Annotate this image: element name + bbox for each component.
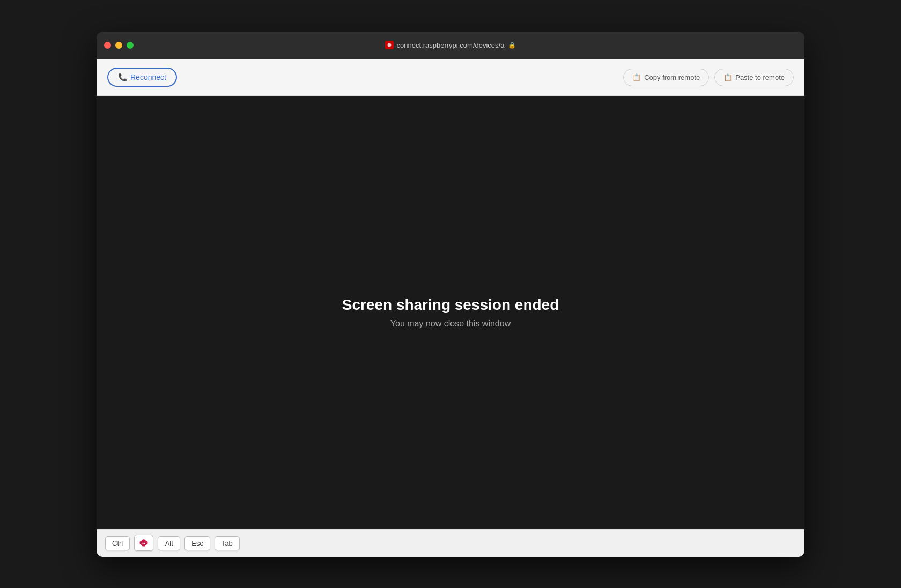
svg-point-2	[144, 543, 145, 544]
title-bar: connect.raspberrypi.com/devices/a 🔒	[97, 32, 804, 59]
session-ended-subtitle: You may now close this window	[390, 319, 511, 329]
favicon-icon	[385, 41, 394, 49]
session-ended-title: Screen sharing session ended	[342, 296, 559, 314]
svg-point-1	[143, 543, 144, 544]
reconnect-button[interactable]: 📞 Reconnect	[107, 68, 177, 87]
copy-from-remote-button[interactable]: 📋 Copy from remote	[623, 69, 709, 86]
paste-icon: 📋	[723, 73, 732, 81]
main-content: Screen sharing session ended You may now…	[97, 96, 804, 529]
tab-title: connect.raspberrypi.com/devices/a 🔒	[385, 41, 516, 49]
raspberry-key-button[interactable]	[134, 535, 153, 551]
close-button[interactable]	[104, 42, 111, 49]
alt-key-button[interactable]: Alt	[158, 536, 180, 550]
raspberry-icon	[139, 538, 149, 548]
maximize-button[interactable]	[127, 42, 134, 49]
reconnect-label: Reconnect	[130, 73, 166, 81]
copy-from-remote-label: Copy from remote	[644, 73, 700, 81]
minimize-button[interactable]	[115, 42, 122, 49]
paste-to-remote-label: Paste to remote	[735, 73, 785, 81]
browser-window: connect.raspberrypi.com/devices/a 🔒 📞 Re…	[97, 32, 804, 557]
paste-to-remote-button[interactable]: 📋 Paste to remote	[714, 69, 794, 86]
lock-icon: 🔒	[508, 42, 516, 49]
esc-key-button[interactable]: Esc	[184, 536, 210, 550]
phone-icon: 📞	[118, 73, 127, 81]
copy-icon: 📋	[632, 73, 641, 81]
toolbar-right: 📋 Copy from remote 📋 Paste to remote	[623, 69, 794, 86]
ctrl-key-button[interactable]: Ctrl	[105, 536, 130, 550]
tab-url: connect.raspberrypi.com/devices/a	[397, 41, 505, 49]
traffic-lights	[104, 42, 134, 49]
tab-key-button[interactable]: Tab	[215, 536, 240, 550]
bottom-bar: Ctrl Alt Esc Tab	[97, 529, 804, 557]
toolbar: 📞 Reconnect 📋 Copy from remote 📋 Paste t…	[97, 59, 804, 96]
